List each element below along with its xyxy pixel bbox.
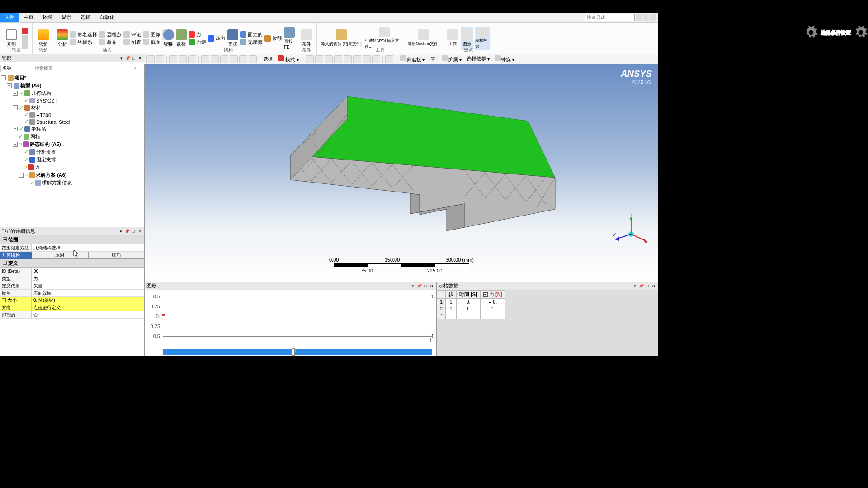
tree-toggle-mat[interactable]: − — [13, 105, 18, 110]
element-filter-icon[interactable] — [353, 55, 361, 63]
outline-search-input[interactable] — [33, 65, 131, 72]
select-label[interactable]: 选择 — [262, 56, 274, 62]
graph-max-icon[interactable]: □ — [423, 283, 428, 289]
window-minimize-icon[interactable] — [650, 14, 656, 21]
comment-button[interactable]: 评论 — [123, 31, 141, 38]
scope-method-value[interactable]: 几何结构选择 — [32, 244, 144, 251]
menu-auto[interactable]: 自动化 — [95, 13, 119, 22]
zoom-fit-icon[interactable] — [146, 55, 155, 63]
worksheet-button[interactable]: 工作 — [446, 27, 459, 50]
find-icon[interactable] — [22, 35, 28, 42]
tabular-button[interactable]: 表格数据 — [475, 27, 490, 50]
rotate-icon[interactable] — [179, 55, 187, 63]
tree-force[interactable]: 力 — [35, 164, 40, 171]
body-filter-icon[interactable] — [334, 55, 342, 63]
tree-steel[interactable]: Structural Steel — [36, 119, 70, 125]
outline-close-icon[interactable]: ✕ — [137, 56, 143, 61]
image-button[interactable]: 图像 — [143, 31, 160, 38]
iso-icon[interactable] — [169, 55, 177, 63]
menu-home[interactable]: 主页 — [19, 13, 38, 22]
tree-toggle-geom[interactable]: − — [13, 91, 18, 96]
zoomfit2-icon[interactable] — [249, 55, 257, 63]
time-slider[interactable]: 1 — [163, 349, 432, 355]
suppressed-value[interactable]: 否 — [32, 311, 144, 318]
data-pin-icon[interactable]: 📌 — [638, 283, 644, 289]
pressure-button[interactable]: 压力 — [208, 35, 226, 42]
graph-close-icon[interactable]: ✕ — [429, 283, 434, 289]
tree-mesh[interactable]: 网格 — [30, 133, 40, 140]
cancel-button[interactable]: 取消 — [88, 252, 145, 259]
solve-button[interactable]: 求解 — [35, 27, 51, 50]
tree-solution[interactable]: 求解方案 (A6) — [36, 172, 66, 178]
pan2-icon[interactable] — [220, 55, 228, 63]
tree-toggle-sol[interactable]: − — [19, 173, 24, 178]
select-box-icon[interactable] — [201, 55, 209, 63]
extend-label[interactable]: 扩展 ▾ — [440, 55, 463, 63]
rotate2-icon[interactable] — [211, 55, 219, 63]
coord-sys-button[interactable]: 坐标系 — [70, 39, 97, 46]
zoom2-icon[interactable] — [230, 55, 238, 63]
details-pin-icon[interactable]: 📌 — [124, 229, 130, 234]
filter-clear-icon[interactable] — [138, 64, 144, 73]
menu-file[interactable]: 文件 — [0, 13, 19, 22]
tree-static[interactable]: 静态结构 (A5) — [30, 141, 61, 148]
orientation-triad[interactable]: Y X Z — [613, 214, 649, 250]
graph-dropdown-icon[interactable]: ▾ — [410, 283, 415, 289]
tree-toggle-coord[interactable]: + — [13, 127, 18, 131]
3d-viewport[interactable]: ANSYS 2020 R2 — [145, 64, 658, 282]
chart-button[interactable]: 图表 — [123, 39, 141, 46]
graph-pin-icon[interactable]: 📌 — [416, 283, 422, 289]
menu-display[interactable]: 显示 — [57, 13, 76, 22]
zoom-icon[interactable] — [156, 55, 164, 63]
filter-dropdown-icon[interactable]: ⌄ — [132, 64, 138, 73]
col-step[interactable]: 步 — [446, 291, 457, 299]
vertex-filter-icon[interactable] — [306, 55, 314, 63]
coord-filter-icon[interactable] — [385, 55, 393, 63]
delete-icon[interactable] — [22, 28, 28, 34]
defby-value[interactable]: 矢量 — [32, 282, 144, 289]
analyze-button[interactable]: 分析 — [57, 27, 68, 50]
support-button[interactable]: 支撑 — [227, 27, 238, 50]
tree-coord[interactable]: 坐标系 — [31, 126, 46, 132]
window-help-icon[interactable] — [643, 14, 649, 21]
graph-plot-area[interactable]: 0.50.250.-0.25-0.5 1 1.1. — [145, 290, 436, 348]
select-by-label[interactable]: 选择依据 ▾ — [465, 56, 492, 62]
import-load-button[interactable]: 导入的载荷 (结果文件) — [320, 27, 363, 50]
direct-fe-button[interactable]: 直接FE — [284, 27, 295, 50]
tabular-data-table[interactable]: 步 时间 [S] 力 [N] 110.= 0. 211.0. * — [437, 290, 505, 319]
tree-ht300[interactable]: HT300 — [36, 113, 51, 118]
tree-materials[interactable]: 材料 — [31, 104, 41, 111]
pan-icon[interactable] — [188, 55, 196, 63]
scope-header[interactable]: −范围 — [0, 235, 144, 244]
force-checkbox[interactable] — [483, 292, 488, 297]
convert-label[interactable]: 转换 ▾ — [493, 55, 516, 63]
displacement-button[interactable]: 位移 — [264, 35, 282, 42]
fixed-button[interactable]: 固定的 — [240, 31, 263, 38]
window-restore-icon[interactable] — [636, 14, 642, 21]
force-button[interactable]: 力 — [189, 31, 206, 38]
section-button[interactable]: 截面 — [143, 39, 160, 46]
copy-button[interactable]: 复制 — [3, 27, 20, 50]
tree-body[interactable]: SYS\GZT — [36, 98, 57, 103]
zoombox-icon[interactable] — [239, 55, 247, 63]
moment-button[interactable]: 力矩 — [189, 39, 206, 46]
mode-label[interactable]: 模式 ▾ — [276, 55, 301, 63]
tree-geometry[interactable]: 几何结构 — [31, 90, 51, 97]
magnitude-value[interactable]: 0. N (斜坡) — [32, 297, 144, 304]
named-selection-button[interactable]: 命名选择 — [70, 31, 97, 38]
edge-filter-icon[interactable] — [315, 55, 323, 63]
load-button[interactable]: 载荷 — [176, 27, 187, 50]
col-time[interactable]: 时间 [S] — [457, 291, 481, 299]
data-dropdown-icon[interactable]: ▾ — [632, 283, 637, 289]
node-filter-icon[interactable] — [344, 55, 352, 63]
tree-settings[interactable]: 分析设置 — [36, 149, 56, 155]
outline-filter-select[interactable]: 名称 — [0, 65, 32, 72]
quick-launch-input[interactable] — [585, 14, 635, 21]
details-close-icon[interactable]: ✕ — [137, 229, 142, 234]
menu-env[interactable]: 环境 — [38, 13, 57, 22]
menu-select[interactable]: 选择 — [76, 13, 95, 22]
tree-toggle-project[interactable]: − — [1, 75, 6, 80]
tree-toggle-model[interactable]: − — [7, 83, 12, 88]
apply-button[interactable]: 应用 — [32, 252, 88, 259]
data-max-icon[interactable]: □ — [645, 283, 650, 289]
